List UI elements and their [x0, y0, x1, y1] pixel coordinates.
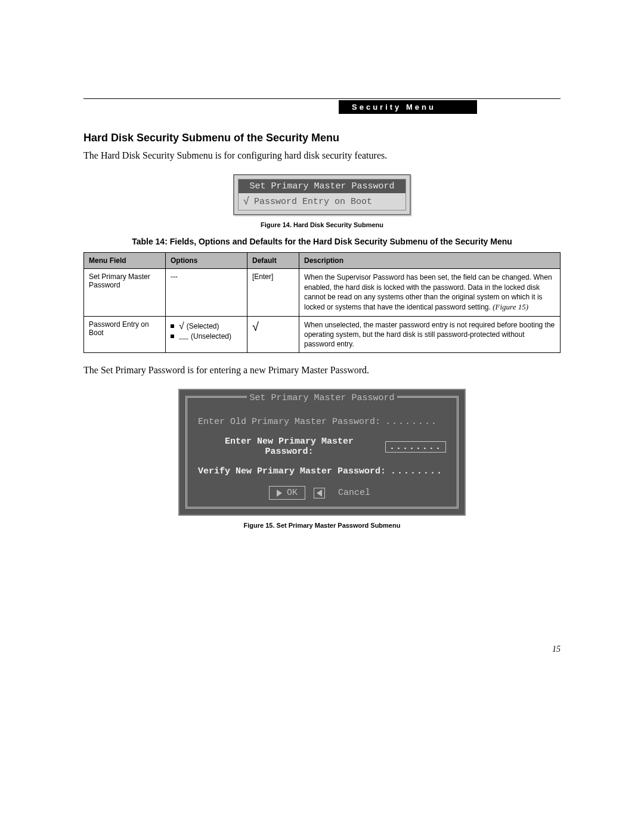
table-title: Table 14: Fields, Options and Defaults f… — [83, 237, 561, 246]
page-number: 15 — [552, 645, 561, 654]
password-dots: ........ — [385, 417, 438, 427]
arrow-left-box — [314, 488, 325, 498]
bullet-icon — [171, 324, 174, 328]
th-default: Default — [247, 253, 299, 269]
check-icon: √ — [179, 321, 184, 331]
submenu-item-set-primary: Set Primary Master Password — [239, 179, 405, 193]
intro-text: The Hard Disk Security Submenu is for co… — [83, 149, 561, 162]
cell-options: --- — [166, 269, 247, 316]
password-dots: ........ — [391, 466, 443, 476]
th-options: Options — [166, 253, 247, 269]
cell-options: √ (Selected) (Unselected) — [166, 316, 247, 353]
section-title: Hard Disk Security Submenu of the Securi… — [83, 132, 561, 144]
cell-default: [Enter] — [247, 269, 299, 316]
figure-ref: (Figure 15) — [493, 302, 528, 311]
verify-password-line: Verify New Primary Master Password:.....… — [198, 466, 446, 476]
document-page: Security Menu Hard Disk Security Submenu… — [0, 0, 644, 833]
cell-description: When unselected, the master password ent… — [299, 316, 561, 353]
figure-14-caption: Figure 14. Hard Disk Security Submenu — [83, 221, 561, 228]
arrow-right-icon — [277, 490, 282, 497]
th-description: Description — [299, 253, 561, 269]
cancel-button: Cancel — [333, 487, 375, 499]
cell-menu: Password Entry on Boot — [84, 316, 166, 353]
check-icon: √ — [239, 196, 254, 208]
bullet-icon — [171, 335, 174, 338]
dialog-title: Set Primary Master Password — [247, 393, 397, 403]
cell-default: √ — [247, 316, 299, 353]
password-input-box: ........ — [385, 441, 446, 453]
blank-icon — [179, 333, 188, 339]
top-rule — [83, 98, 561, 99]
figure-15: Set Primary Master Password Enter Old Pr… — [83, 389, 561, 516]
submenu-item-label: Password Entry on Boot — [254, 197, 372, 207]
mid-text: The Set Primary Password is for entering… — [83, 364, 561, 377]
submenu-item-password-entry: √ Password Entry on Boot — [239, 193, 405, 210]
old-password-line: Enter Old Primary Master Password:......… — [198, 417, 446, 427]
arrow-left-icon — [317, 490, 322, 497]
header-security-menu: Security Menu — [339, 100, 477, 114]
ok-button: OK — [269, 486, 305, 500]
table-row: Set Primary Master Password --- [Enter] … — [84, 269, 561, 316]
table-row: Password Entry on Boot √ (Selected) (Uns… — [84, 316, 561, 353]
figure-15-caption: Figure 15. Set Primary Master Password S… — [83, 522, 561, 529]
fields-table: Menu Field Options Default Description S… — [83, 252, 561, 353]
cell-description: When the Supervisor Password has been se… — [299, 269, 561, 316]
figure-14: Set Primary Master Password √ Password E… — [83, 174, 561, 215]
new-password-line: Enter New Primary Master Password:......… — [198, 436, 446, 457]
cell-menu: Set Primary Master Password — [84, 269, 166, 316]
th-menu-field: Menu Field — [84, 253, 166, 269]
